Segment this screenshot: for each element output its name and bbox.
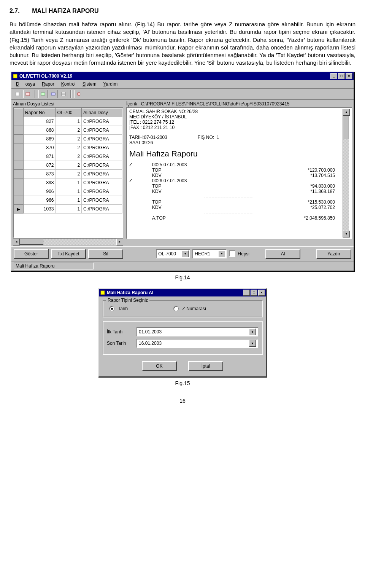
table-row[interactable]: 8692C:\PROGRA <box>14 134 122 143</box>
row-indicator <box>14 126 24 134</box>
fisno-value: 1 <box>217 135 219 140</box>
table-row[interactable]: 9661C:\PROGRA <box>14 196 122 204</box>
row-indicator: ▶ <box>14 204 24 213</box>
scroll-left-icon[interactable]: ◄ <box>13 239 20 245</box>
goster-button[interactable]: Göster <box>14 249 49 259</box>
cell-dosya: C:\PROGRA <box>82 178 122 187</box>
svg-rect-5 <box>62 92 65 96</box>
toolbar-btn-1[interactable] <box>13 90 22 98</box>
date-range-group: İlk Tarih 01.01.2003 ▼ Son Tarih 16.01.2… <box>103 321 262 354</box>
report-line: TOP *120.700.000 <box>129 167 343 173</box>
cell-dosya: C:\PROGRA <box>82 134 122 143</box>
scroll-right-icon[interactable]: ► <box>116 239 123 245</box>
fax-value: 0212 211 21 10 <box>143 125 175 130</box>
file-list-grid[interactable]: Rapor No OL-700 Alınan Dosy 8271C:\PROGR… <box>13 107 123 238</box>
ilk-tarih-field[interactable]: 01.01.2003 ▼ <box>136 327 258 336</box>
menu-dosya[interactable]: Dosya <box>13 81 38 88</box>
tot-top-value: *215.530.000 <box>205 199 343 205</box>
tarih-value: 07-01-2003 <box>144 135 167 140</box>
col-ol[interactable]: OL-700 <box>56 108 82 117</box>
report-line: KDV *13.704.515 <box>129 173 343 178</box>
titlebar[interactable]: OLIVETTI OL-7000 V2.19 _ □ × <box>11 72 354 80</box>
report-line: Z0026 07-01-2003 <box>129 178 343 183</box>
cell-ol: 2 <box>56 126 82 134</box>
son-tarih-field[interactable]: 16.01.2003 ▼ <box>136 339 258 348</box>
table-row[interactable]: 8732C:\PROGRA <box>14 169 122 178</box>
fisno-label: FİŞ NO: <box>198 135 214 140</box>
menu-sistem[interactable]: Sistem <box>79 81 100 88</box>
ok-button[interactable]: OK <box>142 361 177 371</box>
txt-kaydet-button[interactable]: Txt Kaydet <box>51 249 86 259</box>
window-title: OLIVETTI OL-7000 V2.19 <box>19 73 72 79</box>
device-combo[interactable]: OL-7000▼ <box>156 249 190 258</box>
table-row[interactable]: 9061C:\PROGRA <box>14 187 122 196</box>
status-bar: Mali Hafıza Raporu <box>11 261 354 271</box>
dialog-title: Mali Hafıza Raporu Al <box>107 290 153 295</box>
content-vscroll[interactable]: ▲ ▼ <box>343 109 349 237</box>
cell-dosya: C:\PROGRA <box>82 143 122 152</box>
table-row[interactable]: 8682C:\PROGRA <box>14 126 122 134</box>
chevron-down-icon[interactable]: ▼ <box>249 328 256 335</box>
toolbar <box>11 89 354 100</box>
tel-label: |TEL : <box>129 120 141 125</box>
toolbar-btn-6[interactable] <box>74 90 83 98</box>
row-indicator <box>14 178 24 187</box>
minimize-button[interactable]: _ <box>330 73 337 79</box>
sil-button[interactable]: Sil <box>88 249 123 259</box>
menu-rapor[interactable]: Rapor <box>39 81 57 88</box>
maximize-button[interactable]: □ <box>338 73 345 79</box>
yazdir-button[interactable]: Yazdır <box>316 249 351 259</box>
table-row[interactable]: ▶10331C:\PROGRA <box>14 204 122 213</box>
status-text: Mali Hafıza Raporu <box>14 263 94 269</box>
radio-z[interactable]: Z Numarası <box>173 306 206 312</box>
cell-ol: 1 <box>56 178 82 187</box>
fax-label: |FAX : <box>129 125 141 130</box>
grid-hscroll[interactable]: ◄ ► <box>13 238 123 245</box>
close-button[interactable]: × <box>346 73 352 79</box>
terminal-combo[interactable]: HECR1▼ <box>192 249 227 258</box>
hepsi-label: Hepsi <box>238 251 249 257</box>
col-alinan[interactable]: Alınan Dosy <box>82 108 122 117</box>
dialog-close-button[interactable]: × <box>258 290 265 296</box>
radio-tarih[interactable]: Tarih <box>109 306 128 312</box>
table-row[interactable]: 8712C:\PROGRA <box>14 152 122 161</box>
heading-title: MALİ HAFIZA RAPORU <box>32 8 98 14</box>
chevron-down-icon[interactable]: ▼ <box>182 250 189 257</box>
menu-yardim[interactable]: Yardım <box>100 81 121 88</box>
radio-icon <box>173 306 179 311</box>
table-row[interactable]: 8702C:\PROGRA <box>14 143 122 152</box>
cell-rapor-no: 870 <box>24 143 56 152</box>
section-heading: 2.7. MALİ HAFIZA RAPORU <box>10 8 355 14</box>
toolbar-btn-2[interactable] <box>23 90 32 98</box>
page-number: 16 <box>10 398 355 404</box>
hepsi-checkbox[interactable] <box>229 250 235 257</box>
al-button[interactable]: Al <box>265 249 300 259</box>
chevron-down-icon[interactable]: ▼ <box>218 250 225 257</box>
dialog-minimize-button[interactable]: _ <box>243 290 250 296</box>
cell-dosya: C:\PROGRA <box>82 152 122 161</box>
rapor-tipi-group: Rapor Tipini Seçiniz Tarih Z Numarası <box>103 300 262 317</box>
cell-rapor-no: 869 <box>24 134 56 143</box>
table-row[interactable]: 8271C:\PROGRA <box>14 117 122 126</box>
menu-kontrol[interactable]: Kontrol <box>58 81 79 88</box>
col-rapor-no[interactable]: Rapor No <box>24 108 56 117</box>
toolbar-btn-3[interactable] <box>38 90 48 98</box>
scroll-down-icon[interactable]: ▼ <box>343 231 350 237</box>
dialog-titlebar[interactable]: Mali Hafıza Raporu Al _ □ × <box>99 289 266 296</box>
table-row[interactable]: 8981C:\PROGRA <box>14 178 122 187</box>
iptal-button[interactable]: İptal <box>188 361 223 371</box>
cell-ol: 1 <box>56 204 82 213</box>
grid-corner <box>14 108 24 117</box>
scroll-up-icon[interactable]: ▲ <box>343 109 350 116</box>
toolbar-btn-4[interactable] <box>49 90 58 98</box>
chevron-down-icon[interactable]: ▼ <box>249 340 256 347</box>
toolbar-btn-5[interactable] <box>59 90 68 98</box>
cell-ol: 1 <box>56 187 82 196</box>
cell-ol: 1 <box>56 196 82 204</box>
svg-rect-0 <box>13 74 17 78</box>
dialog-maximize-button[interactable]: □ <box>251 290 257 296</box>
table-row[interactable]: 8722C:\PROGRA <box>14 161 122 169</box>
menubar: Dosya Rapor Kontrol Sistem Yardım <box>11 80 354 89</box>
addr-line-2: MECİDİYEKÖY / İSTANBUL <box>129 114 343 120</box>
right-panel-label: İçerik <box>126 101 137 107</box>
